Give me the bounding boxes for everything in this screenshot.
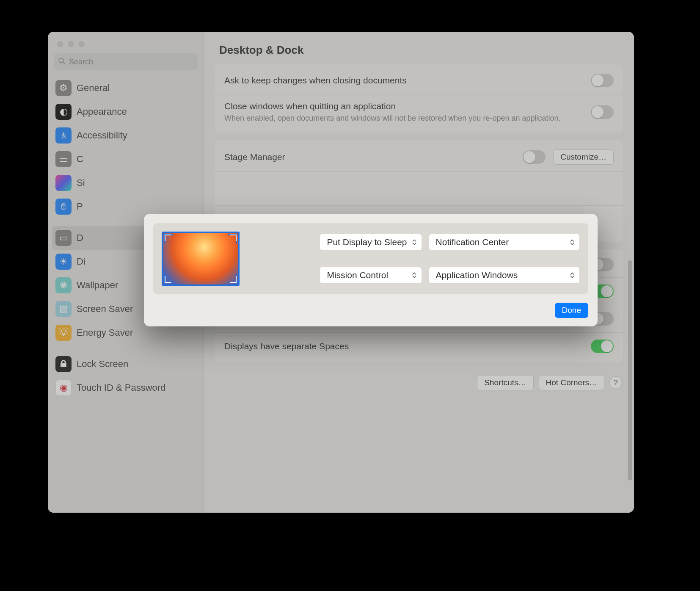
screen-preview (162, 232, 240, 286)
corner-top-right-popup[interactable]: Notification Center (429, 234, 580, 251)
corner-bottom-right-popup[interactable]: Application Windows (429, 267, 580, 284)
popup-value: Mission Control (327, 270, 388, 280)
hot-corners-sheet: Put Display to Sleep Notification Center (144, 214, 598, 326)
corner-marker-icon (164, 234, 173, 243)
chevron-updown-icon (568, 273, 576, 278)
popup-value: Put Display to Sleep (327, 237, 407, 247)
hot-corners-grid: Put Display to Sleep Notification Center (153, 223, 588, 294)
chevron-updown-icon (411, 240, 418, 245)
system-settings-window: ⚙︎ General ◐ Appearance 🚶︎ Accessibility… (48, 32, 634, 513)
chevron-updown-icon (411, 273, 418, 278)
sheet-footer: Done (153, 294, 588, 318)
chevron-updown-icon (568, 240, 576, 245)
wallpaper-preview (163, 233, 238, 284)
corner-top-left-popup[interactable]: Put Display to Sleep (320, 234, 422, 251)
corner-marker-icon (164, 274, 174, 283)
popup-value: Application Windows (436, 270, 518, 280)
corner-marker-icon (228, 274, 237, 283)
corner-bottom-left-popup[interactable]: Mission Control (320, 267, 422, 284)
corner-marker-icon (228, 234, 237, 243)
popup-value: Notification Center (436, 237, 509, 247)
done-button[interactable]: Done (555, 303, 588, 318)
